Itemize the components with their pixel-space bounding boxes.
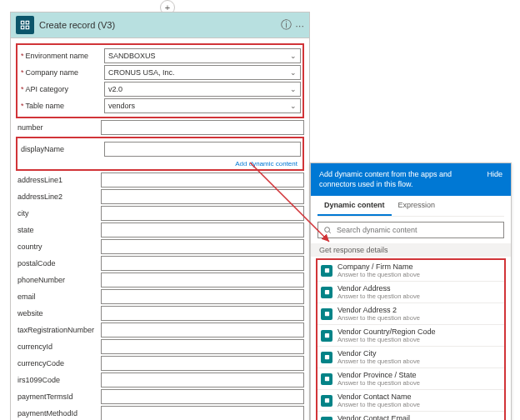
state-input[interactable] <box>101 222 304 238</box>
action-card: Create record (V3) ⓘ ··· Environment nam… <box>10 12 310 420</box>
chevron-down-icon: ⌄ <box>290 85 297 93</box>
forms-icon <box>321 330 332 342</box>
svg-rect-2 <box>21 26 24 29</box>
forms-icon <box>321 352 332 363</box>
help-icon[interactable]: ⓘ <box>281 18 292 32</box>
svg-point-4 <box>325 228 330 232</box>
required-group-highlight: Environment nameSANDBOXUS⌄ Company nameC… <box>16 43 304 118</box>
dyn-item-province[interactable]: Vendor Province / StateAnswer to the que… <box>318 368 504 390</box>
addr1-label: addressLine1 <box>16 176 101 184</box>
svg-rect-0 <box>21 21 24 24</box>
irs-label: irs1099Code <box>16 376 101 384</box>
currcode-label: currencyCode <box>16 359 101 368</box>
tab-expression[interactable]: Expression <box>392 196 442 216</box>
hide-link[interactable]: Hide <box>487 170 502 178</box>
chevron-down-icon: ⌄ <box>290 68 297 77</box>
payterm-label: paymentTermsId <box>16 392 101 401</box>
search-box[interactable] <box>318 222 504 238</box>
paymeth-label: paymentMethodId <box>16 409 101 418</box>
svg-rect-3 <box>26 26 29 29</box>
dyn-item-email[interactable]: Vendor Contact EmailAnswer to the questi… <box>318 412 504 420</box>
action-body: Environment nameSANDBOXUS⌄ Company nameC… <box>11 38 309 420</box>
svg-rect-6 <box>324 268 328 272</box>
api-label: API category <box>19 85 104 93</box>
table-select[interactable]: vendors⌄ <box>104 98 301 113</box>
svg-rect-8 <box>324 312 328 316</box>
dyn-item-city[interactable]: Vendor CityAnswer to the question above <box>318 347 504 368</box>
svg-rect-1 <box>26 21 29 24</box>
currid-label: currencyId <box>16 342 101 351</box>
add-dynamic-link[interactable]: Add dynamic content <box>19 158 301 168</box>
svg-rect-9 <box>324 333 328 338</box>
forms-icon <box>321 395 332 407</box>
addr2-input[interactable] <box>101 189 304 204</box>
dynamic-header: Add dynamic content from the apps and co… <box>311 163 511 196</box>
forms-icon <box>321 265 332 277</box>
payterm-input[interactable] <box>101 389 304 404</box>
addr1-input[interactable] <box>101 172 304 188</box>
dyn-item-company[interactable]: Company / Firm NameAnswer to the questio… <box>318 260 504 282</box>
postal-input[interactable] <box>101 256 304 271</box>
displayname-label: displayName <box>19 145 104 153</box>
irs-input[interactable] <box>101 372 304 388</box>
phone-label: phoneNumber <box>16 276 101 284</box>
svg-rect-12 <box>324 398 328 402</box>
dyn-item-addr[interactable]: Vendor AddressAnswer to the question abo… <box>318 282 504 303</box>
forms-icon <box>321 417 332 420</box>
email-input[interactable] <box>101 289 304 304</box>
country-label: country <box>16 242 101 251</box>
table-label: Table name <box>19 102 104 110</box>
svg-rect-7 <box>324 290 328 294</box>
svg-rect-11 <box>324 377 328 381</box>
email-label: email <box>16 292 101 301</box>
search-icon <box>323 226 332 234</box>
displayname-input[interactable] <box>104 142 301 157</box>
taxreg-label: taxRegistrationNumber <box>16 326 101 334</box>
phone-input[interactable] <box>101 272 304 288</box>
number-input[interactable] <box>101 120 304 135</box>
forms-icon <box>321 308 332 320</box>
website-label: website <box>16 309 101 318</box>
group-title: Get response details <box>311 243 511 257</box>
addr2-label: addressLine2 <box>16 192 101 201</box>
city-label: city <box>16 209 101 218</box>
dyn-item-contact[interactable]: Vendor Contact NameAnswer to the questio… <box>318 390 504 412</box>
dyn-item-country[interactable]: Vendor Country/Region CodeAnswer to the … <box>318 325 504 347</box>
chevron-down-icon: ⌄ <box>290 52 297 60</box>
forms-icon <box>321 373 332 385</box>
tab-dynamic-content[interactable]: Dynamic content <box>318 196 392 216</box>
env-select[interactable]: SANDBOXUS⌄ <box>104 48 301 63</box>
more-icon[interactable]: ··· <box>295 19 304 32</box>
country-input[interactable] <box>101 239 304 254</box>
action-title: Create record (V3) <box>39 20 276 30</box>
taxreg-input[interactable] <box>101 322 304 338</box>
connector-icon <box>16 16 34 34</box>
currid-input[interactable] <box>101 339 304 354</box>
dynamic-items-highlight: Company / Firm NameAnswer to the questio… <box>316 258 506 420</box>
city-input[interactable] <box>101 206 304 221</box>
chevron-down-icon: ⌄ <box>290 102 297 110</box>
website-input[interactable] <box>101 306 304 321</box>
api-select[interactable]: v2.0⌄ <box>104 82 301 97</box>
svg-rect-10 <box>324 355 328 359</box>
currcode-input[interactable] <box>101 356 304 371</box>
dynamic-tabs: Dynamic content Expression <box>318 196 504 217</box>
dynamic-content-panel: Add dynamic content from the apps and co… <box>310 162 512 420</box>
action-header[interactable]: Create record (V3) ⓘ ··· <box>11 12 309 38</box>
env-label: Environment name <box>19 52 104 60</box>
forms-icon <box>321 287 332 298</box>
state-label: state <box>16 226 101 234</box>
search-input[interactable] <box>337 226 498 234</box>
company-label: Company name <box>19 68 104 77</box>
number-label: number <box>16 123 101 132</box>
dyn-item-addr2[interactable]: Vendor Address 2Answer to the question a… <box>318 303 504 325</box>
displayname-highlight: displayName Add dynamic content <box>16 137 304 171</box>
postal-label: postalCode <box>16 259 101 268</box>
paymeth-input[interactable] <box>101 406 304 420</box>
company-select[interactable]: CRONUS USA, Inc.⌄ <box>104 65 301 80</box>
svg-line-5 <box>329 232 331 233</box>
